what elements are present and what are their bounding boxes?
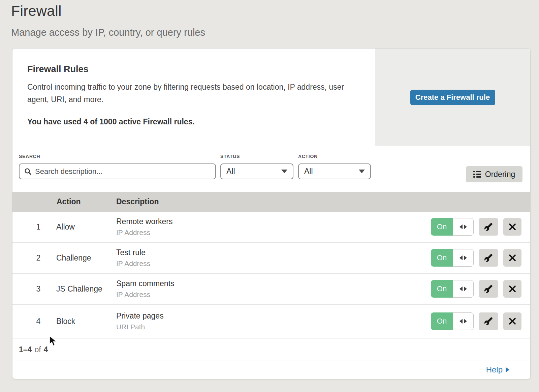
rule-enabled-toggle[interactable]: On (431, 280, 474, 298)
caret-down-icon (281, 170, 287, 173)
rule-enabled-toggle[interactable]: On (431, 249, 474, 267)
action-select-value: All (304, 167, 313, 176)
caret-down-icon (359, 170, 365, 173)
rule-enabled-toggle[interactable]: On (431, 218, 474, 236)
table-header: Action Description (12, 192, 530, 212)
firewall-rules-intro: Firewall Rules Control incoming traffic … (12, 49, 530, 146)
card-footer: Help (12, 361, 530, 378)
section-description: Control incoming traffic to your zone by… (27, 81, 348, 106)
close-icon (508, 285, 516, 293)
ordered-list-icon (473, 171, 481, 178)
search-input[interactable] (35, 167, 211, 176)
edit-rule-button[interactable] (479, 249, 498, 267)
help-link-label: Help (486, 365, 503, 374)
delete-rule-button[interactable] (503, 249, 521, 267)
toggle-arrows-icon (453, 280, 474, 298)
rule-match-field: IP Address (116, 291, 175, 299)
section-heading: Firewall Rules (27, 64, 89, 74)
status-select[interactable]: All (220, 163, 293, 179)
create-rule-panel: Create a Firewall rule (375, 49, 530, 146)
search-icon (24, 168, 32, 175)
search-label: SEARCH (19, 154, 40, 159)
page-subtitle: Manage access by IP, country, or query r… (11, 27, 205, 38)
pagination-of: of (34, 345, 41, 354)
column-header-description: Description (116, 192, 159, 212)
table-row: 3 JS Challenge Spam comments IP Address … (12, 274, 530, 305)
page-title: Firewall (11, 3, 62, 19)
rule-enabled-toggle[interactable]: On (431, 312, 474, 330)
toggle-arrows-icon (453, 218, 474, 236)
delete-rule-button[interactable] (503, 218, 521, 236)
rule-action: Challenge (56, 253, 91, 263)
rule-description: Remote workers IP Address (116, 217, 172, 237)
usage-note: You have used 4 of 1000 active Firewall … (27, 117, 195, 126)
delete-rule-button[interactable] (503, 280, 521, 298)
rule-description: Private pages URI Path (116, 311, 164, 331)
wrench-icon (484, 222, 493, 231)
chevron-right-icon (506, 367, 509, 372)
table-row: 2 Challenge Test rule IP Address On (12, 243, 530, 274)
rule-description: Test rule IP Address (116, 248, 150, 268)
rule-match-field: IP Address (116, 229, 172, 237)
toggle-on-label: On (431, 218, 453, 236)
delete-rule-button[interactable] (503, 312, 521, 330)
rule-priority: 1 (32, 222, 45, 232)
wrench-icon (484, 253, 493, 262)
rule-match-field: IP Address (116, 260, 150, 268)
rule-action: Allow (56, 222, 75, 232)
toggle-arrows-icon (453, 249, 474, 267)
edit-rule-button[interactable] (479, 280, 498, 298)
rule-action: Block (56, 317, 75, 326)
wrench-icon (484, 284, 493, 293)
rule-priority: 3 (32, 284, 45, 294)
search-box (19, 163, 216, 179)
rule-description-title: Test rule (116, 248, 150, 257)
pagination-range: 1–4 (19, 345, 32, 354)
rule-description-title: Remote workers (116, 217, 172, 226)
rule-match-field: URI Path (116, 323, 164, 331)
edit-rule-button[interactable] (479, 312, 498, 330)
table-row: 4 Block Private pages URI Path On (12, 305, 530, 338)
close-icon (508, 254, 516, 262)
close-icon (508, 317, 516, 325)
rule-description-title: Private pages (116, 311, 164, 321)
help-link[interactable]: Help (486, 365, 509, 374)
toggle-on-label: On (431, 312, 453, 330)
firewall-rules-card: Firewall Rules Control incoming traffic … (12, 48, 531, 379)
column-header-action: Action (57, 192, 81, 212)
pagination: 1–4 of 4 (12, 338, 530, 361)
ordering-button[interactable]: Ordering (466, 166, 522, 182)
status-label: STATUS (220, 154, 240, 159)
rule-description-title: Spam comments (116, 279, 175, 288)
table-row: 1 Allow Remote workers IP Address On (12, 212, 530, 243)
action-label: ACTION (298, 154, 318, 159)
ordering-button-label: Ordering (485, 170, 515, 179)
toggle-on-label: On (431, 249, 453, 267)
toggle-arrows-icon (453, 312, 474, 330)
action-select[interactable]: All (298, 163, 371, 179)
close-icon (508, 223, 516, 231)
wrench-icon (484, 317, 493, 326)
rule-priority: 4 (32, 317, 45, 326)
pagination-total: 4 (44, 345, 48, 354)
edit-rule-button[interactable] (479, 218, 498, 236)
rule-description: Spam comments IP Address (116, 279, 175, 299)
rule-action: JS Challenge (56, 284, 102, 294)
create-firewall-rule-button[interactable]: Create a Firewall rule (410, 90, 495, 105)
toggle-on-label: On (431, 280, 453, 298)
rule-priority: 2 (32, 253, 45, 263)
status-select-value: All (226, 167, 235, 176)
filter-bar: SEARCH STATUS ACTION All All (12, 146, 530, 192)
